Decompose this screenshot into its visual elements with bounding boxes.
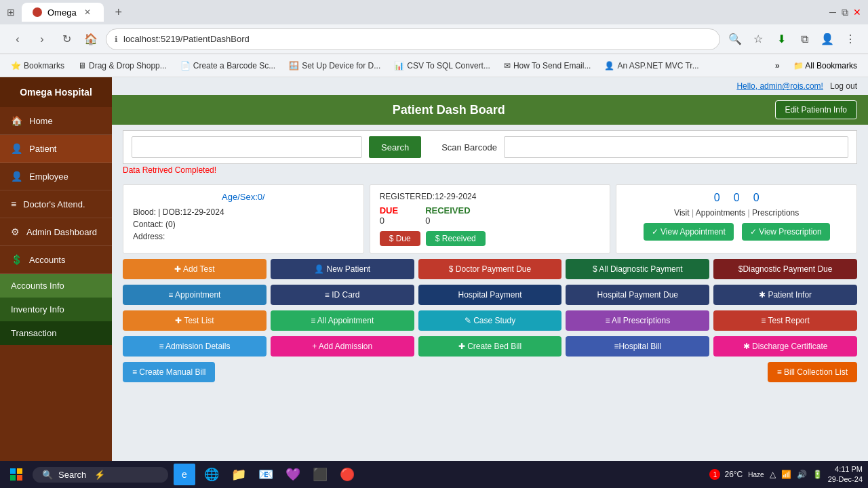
taskbar-files-icon[interactable]: 📁 bbox=[228, 464, 250, 485]
doctor-payment-due-btn[interactable]: $ Doctor Payment Due bbox=[418, 259, 562, 279]
taskbar-browser-icon[interactable]: e bbox=[174, 464, 195, 485]
title-bar-left: ⊞ bbox=[5, 7, 16, 18]
taskbar-outlook-icon[interactable]: 📧 bbox=[255, 464, 277, 485]
sidebar-item-admin[interactable]: ⚙ Admin Dashboard bbox=[0, 218, 112, 246]
bookmark-1[interactable]: 🖥 Drag & Drop Shopp... bbox=[73, 60, 172, 72]
patient-basic-info: Age/Sex:0/ Blood: | DOB:12-29-2024 Conta… bbox=[123, 184, 364, 253]
taskbar-chrome-icon[interactable]: 🔴 bbox=[336, 464, 358, 485]
appt-count: 0 bbox=[734, 192, 740, 204]
patient-financial-info: REGISTERED:12-29-2024 DUE 0 RECEIVED 0 $… bbox=[370, 184, 611, 253]
patient-contact: Contact: (0) bbox=[133, 218, 354, 230]
sidebar-item-doctor[interactable]: ≡ Doctor's Attend. bbox=[0, 190, 112, 218]
title-bar: ⊞ Omega ✕ + ─ ⧉ ✕ bbox=[0, 0, 868, 24]
menu-icon[interactable]: ⋮ bbox=[841, 30, 860, 49]
patient-infor-btn[interactable]: ✱ Patient Infor bbox=[713, 285, 857, 305]
taskbar-vs-icon[interactable]: 💜 bbox=[282, 464, 304, 485]
sidebar-header: Omega Hospital bbox=[0, 77, 112, 107]
sidebar-item-patient[interactable]: 👤 Patient bbox=[0, 135, 112, 163]
forward-btn[interactable]: › bbox=[33, 30, 52, 49]
bookmark-6[interactable]: 👤 An ASP.NET MVC Tr... bbox=[599, 60, 704, 72]
sidebar-inventory-info[interactable]: Inventory Info bbox=[0, 298, 112, 321]
taskbar-search-label: Search bbox=[58, 470, 86, 480]
bookmarks-folder[interactable]: ⭐ Bookmarks bbox=[5, 60, 70, 72]
appointment-btn[interactable]: ≡ Appointment bbox=[123, 285, 267, 305]
nav-icons: 🔍 ☆ ⬇ ⧉ 👤 ⋮ bbox=[726, 30, 860, 49]
search-icon[interactable]: 🔍 bbox=[726, 30, 745, 49]
edit-patient-btn[interactable]: Edit Patientn Info bbox=[775, 100, 857, 119]
bookmark-2[interactable]: 📄 Create a Barcode Sc... bbox=[175, 60, 281, 72]
diagnostic-payment-due-btn[interactable]: $Diagnostic Payment Due bbox=[713, 259, 857, 279]
test-report-btn[interactable]: ≡ Test Report bbox=[713, 310, 857, 331]
extensions-icon[interactable]: ⧉ bbox=[795, 30, 814, 49]
svg-rect-3 bbox=[17, 475, 22, 481]
taskbar-right: 1 26°C Haze △ 📶 🔊 🔋 4:11 PM 29-Dec-24 bbox=[709, 464, 863, 485]
header-bar: Hello, admin@rois.com! Log out bbox=[112, 77, 868, 95]
all-diagnostic-payment-btn[interactable]: $ All Diagnostic Payment bbox=[566, 259, 709, 279]
all-appointment-btn[interactable]: ≡ All Appointment bbox=[271, 310, 414, 331]
sidebar: Omega Hospital 🏠 Home 👤 Patient 👤 Employ… bbox=[0, 77, 112, 464]
sidebar-label-employee: Employee bbox=[29, 171, 68, 182]
view-appointment-btn[interactable]: ✓ View Appointment bbox=[644, 223, 734, 241]
sidebar-accounts-info[interactable]: Accounts Info bbox=[0, 274, 112, 298]
maximize-btn[interactable]: ⧉ bbox=[840, 7, 850, 18]
taskbar-terminal-icon[interactable]: ⬛ bbox=[309, 464, 331, 485]
taskbar-search[interactable]: 🔍 Search ⚡ bbox=[33, 467, 168, 483]
download-icon[interactable]: ⬇ bbox=[772, 30, 791, 49]
create-bed-bill-btn[interactable]: ✚ Create Bed Bill bbox=[418, 336, 562, 357]
scan-input[interactable] bbox=[504, 136, 848, 158]
hospital-payment-due-btn[interactable]: Hospital Payment Due bbox=[566, 285, 709, 305]
bookmark-star-icon[interactable]: ☆ bbox=[749, 30, 768, 49]
new-patient-btn[interactable]: 👤 New Patient bbox=[271, 259, 414, 279]
search-btn[interactable]: Search bbox=[369, 136, 421, 158]
back-btn[interactable]: ‹ bbox=[8, 30, 27, 49]
discharge-certificate-btn[interactable]: ✱ Discharge Certificate bbox=[713, 336, 857, 357]
hospital-bill-btn[interactable]: ≡Hospital Bill bbox=[566, 336, 709, 357]
taskbar-edge-icon[interactable]: 🌐 bbox=[201, 464, 222, 485]
id-card-btn[interactable]: ≡ ID Card bbox=[271, 285, 414, 305]
logout-link[interactable]: Log out bbox=[830, 81, 857, 91]
bookmark-5[interactable]: ✉ How To Send Email... bbox=[498, 60, 597, 72]
all-prescriptions-btn[interactable]: ≡ All Prescriptions bbox=[566, 310, 709, 331]
tab-close-btn[interactable]: ✕ bbox=[82, 7, 93, 18]
start-btn[interactable] bbox=[5, 464, 27, 485]
hospital-payment-btn[interactable]: Hospital Payment bbox=[418, 285, 562, 305]
case-study-btn[interactable]: ✎ Case Study bbox=[418, 310, 562, 331]
bookmarks-more-btn[interactable]: » bbox=[770, 60, 785, 72]
address-bar[interactable]: ℹ localhost:5219/PatientDashBord bbox=[106, 28, 720, 50]
bookmark-4[interactable]: 📊 CSV To SQL Convert... bbox=[389, 60, 496, 72]
new-tab-btn[interactable]: + bbox=[109, 3, 128, 22]
add-admission-btn[interactable]: + Add Admission bbox=[271, 336, 414, 357]
profile-icon[interactable]: 👤 bbox=[818, 30, 837, 49]
add-test-btn[interactable]: ✚ Add Test bbox=[123, 259, 267, 279]
search-input[interactable] bbox=[132, 136, 362, 158]
bookmark-3[interactable]: 🪟 Set Up Device for D... bbox=[283, 60, 386, 72]
sidebar-item-home[interactable]: 🏠 Home bbox=[0, 107, 112, 135]
presc-count: 0 bbox=[753, 192, 760, 204]
sidebar-item-accounts[interactable]: 💲 Accounts bbox=[0, 246, 112, 274]
header-user[interactable]: Hello, admin@rois.com! bbox=[736, 81, 823, 91]
received-btn[interactable]: $ Received bbox=[426, 231, 486, 246]
action-grid-row2: ≡ Appointment ≡ ID Card Hospital Payment… bbox=[123, 285, 857, 305]
bill-collection-list-btn[interactable]: ≡ Bill Collection List bbox=[768, 362, 857, 382]
admission-details-btn[interactable]: ≡ Admission Details bbox=[123, 336, 267, 357]
all-bookmarks-btn[interactable]: 📁 All Bookmarks bbox=[788, 60, 863, 72]
create-manual-bill-btn[interactable]: ≡ Create Manual Bill bbox=[123, 362, 215, 382]
test-list-btn[interactable]: ✚ Test List bbox=[123, 310, 267, 331]
app-layout: Omega Hospital 🏠 Home 👤 Patient 👤 Employ… bbox=[0, 77, 868, 464]
close-btn[interactable]: ✕ bbox=[852, 7, 863, 18]
minimize-btn[interactable]: ─ bbox=[827, 7, 838, 18]
due-btn[interactable]: $ Due bbox=[380, 231, 420, 246]
sidebar-label-home: Home bbox=[29, 116, 53, 126]
system-tray: △ 📶 🔊 🔋 bbox=[770, 470, 823, 479]
browser-tab[interactable]: Omega ✕ bbox=[22, 3, 104, 22]
home-btn[interactable]: 🏠 bbox=[81, 30, 100, 49]
count-labels: Visit | Appointments | Prescriptions bbox=[674, 208, 799, 218]
patient-icon: 👤 bbox=[11, 143, 22, 154]
sidebar-item-employee[interactable]: 👤 Employee bbox=[0, 163, 112, 190]
taskbar: 🔍 Search ⚡ e 🌐 📁 📧 💜 ⬛ 🔴 1 26°C Haze bbox=[0, 461, 868, 488]
reload-btn[interactable]: ↻ bbox=[57, 30, 76, 49]
tab-back-btn[interactable]: ⊞ bbox=[5, 7, 16, 18]
security-icon: ℹ bbox=[115, 35, 118, 44]
view-prescription-btn[interactable]: ✓ View Prescription bbox=[742, 223, 830, 241]
sidebar-transaction[interactable]: Transaction bbox=[0, 321, 112, 345]
